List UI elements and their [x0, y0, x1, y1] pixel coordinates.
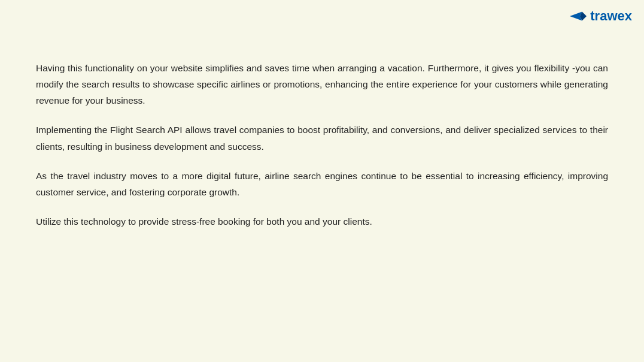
trawex-logo-icon: [570, 9, 587, 23]
paragraph-4: Utilize this technology to provide stres…: [36, 213, 608, 230]
logo-area: trawex: [570, 8, 632, 24]
logo-text: trawex: [590, 8, 632, 24]
content-area: Having this functionality on your websit…: [36, 60, 608, 230]
logo-brand-name: trawex: [590, 8, 632, 23]
page-container: trawex Having this functionality on your…: [0, 0, 644, 362]
paragraph-2: Implementing the Flight Search API allow…: [36, 122, 608, 154]
paragraph-3: As the travel industry moves to a more d…: [36, 168, 608, 200]
paragraph-1: Having this functionality on your websit…: [36, 60, 608, 108]
